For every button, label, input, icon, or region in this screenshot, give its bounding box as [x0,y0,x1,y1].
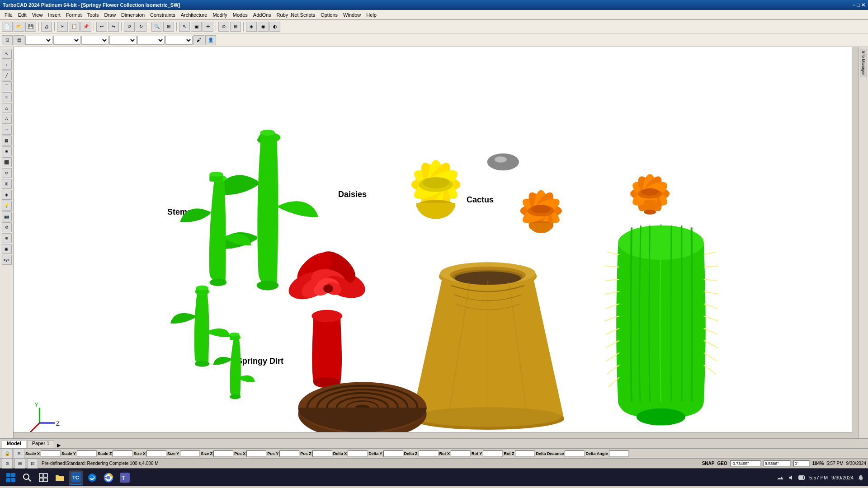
snap-toolbar-btn[interactable]: ⊙ [2,459,13,469]
delta-angle-input[interactable] [609,450,629,457]
light-tool[interactable]: 💡 [2,201,12,211]
move-btn[interactable]: ✛ [203,22,213,32]
delta-dist-input[interactable] [565,450,585,457]
color-dropdown[interactable] [109,36,137,45]
menu-tools[interactable]: Tools [85,11,102,19]
scroll-bar-horizontal[interactable] [14,432,852,438]
start-btn[interactable] [4,470,18,485]
copy-btn[interactable]: 📋 [69,22,80,32]
style-dropdown[interactable] [53,36,80,45]
tab-model[interactable]: Model [2,440,26,448]
paint-btn[interactable]: 🖌 [193,35,204,45]
add-tab-btn[interactable]: ▶ [57,442,61,448]
menu-edit[interactable]: Edit [15,11,29,19]
zoom-btn[interactable]: 🔍 [151,22,162,32]
material-tool[interactable]: ◈ [2,190,12,200]
grid-btn[interactable]: ⊞ [230,22,241,32]
pos-y-input[interactable] [279,450,299,457]
file-explorer-btn[interactable] [52,470,67,485]
xyz-tool[interactable]: xyz [2,255,12,265]
select-tool[interactable]: ↖ [2,49,12,59]
rot-x-input[interactable] [451,450,471,457]
zoom-extent-btn[interactable]: ⊞ [163,22,174,32]
edge-taskbar-btn[interactable] [85,470,99,485]
coord-lock-btn[interactable]: 🔒 [2,449,13,459]
pos-z-input[interactable] [312,450,332,457]
scroll-bar-vertical[interactable] [852,47,858,438]
menu-dimension[interactable]: Dimension [118,11,147,19]
print-btn[interactable]: 🖨 [41,22,52,32]
misc-tool[interactable]: ⚙ [2,222,12,232]
circle-tool[interactable]: ○ [2,92,12,102]
menu-window[interactable]: Window [340,11,363,19]
camera-tool[interactable]: 📷 [2,211,12,221]
render-btn[interactable]: ◈ [246,22,257,32]
delta-z-input[interactable] [419,450,439,457]
canvas-area[interactable]: Stems Daisies Cactus Pot Springy Dirt [14,47,858,438]
task-view-btn[interactable] [36,470,51,485]
minimize-btn[interactable]: − [853,2,855,8]
chrome-taskbar-btn[interactable] [101,470,116,485]
snap-toggle-btn[interactable]: ⊡ [27,459,38,469]
line-tool[interactable]: ╱ [2,70,12,80]
cut-btn[interactable]: ✂ [57,22,68,32]
menu-insert[interactable]: Insert [45,11,63,19]
delta-y-input[interactable] [383,450,403,457]
block-tool[interactable]: ▣ [2,244,12,254]
lineweight-dropdown[interactable] [81,36,108,45]
menu-options[interactable]: Options [318,11,340,19]
solid-tool[interactable]: ■ [2,146,12,156]
cursor-btn[interactable]: ↖ [179,22,190,32]
revolve-tool[interactable]: ⟳ [2,168,12,178]
linetype-dropdown[interactable] [137,36,165,45]
open-btn[interactable]: 📂 [14,22,24,32]
delta-x-input[interactable] [348,450,368,457]
hatch-tool[interactable]: ▦ [2,136,12,145]
teams-taskbar-btn[interactable]: T [118,470,132,485]
arrow-tool[interactable]: ↑ [2,60,12,70]
info-manager-tab[interactable]: Info Manager [860,49,867,77]
render2-btn[interactable]: ◉ [258,22,269,32]
snap-settings-btn[interactable]: ⊞ [14,459,25,469]
scale-z-input[interactable] [113,450,132,457]
search-taskbar-btn[interactable] [20,470,34,485]
menu-addons[interactable]: AddOns [250,11,274,19]
size-z-input[interactable] [213,450,233,457]
close-btn[interactable]: ✕ [861,2,865,8]
snap-btn[interactable]: ⊙ [218,22,229,32]
redo-btn[interactable]: ↪ [108,22,119,32]
menu-format[interactable]: Format [63,11,85,19]
paste-btn[interactable]: 📌 [80,22,91,32]
menu-constraints[interactable]: Constraints [147,11,178,19]
tb2-btn2[interactable]: ▤ [14,35,24,45]
size-x-input[interactable] [146,450,166,457]
rot-z-input[interactable] [515,450,535,457]
turbocad-taskbar-btn[interactable]: TC [69,470,83,485]
view-dropdown[interactable] [165,36,193,45]
text-tool[interactable]: A [2,114,12,124]
select-btn[interactable]: ▣ [191,22,202,32]
menu-modes[interactable]: Modes [230,11,250,19]
menu-draw[interactable]: Draw [101,11,118,19]
menu-view[interactable]: View [29,11,46,19]
menu-modify[interactable]: Modify [210,11,230,19]
scale-y-input[interactable] [77,450,97,457]
maximize-btn[interactable]: □ [857,2,860,8]
dim-tool[interactable]: ↔ [2,125,12,135]
coord-close-btn[interactable]: ✕ [14,449,24,459]
tab-paper1[interactable]: Paper 1 [27,440,55,448]
menu-ruby-net-scripts[interactable]: Ruby .Net Scripts [274,11,318,19]
poly-tool[interactable]: △ [2,103,12,113]
title-controls[interactable]: − □ ✕ [853,2,865,8]
layer-dropdown[interactable] [25,36,52,45]
transform-tool[interactable]: ⊕ [2,233,12,243]
menu-architecture[interactable]: Architecture [178,11,210,19]
rotate-left-btn[interactable]: ↺ [124,22,135,32]
menu-file[interactable]: File [2,11,15,19]
arc-tool[interactable]: ⌒ [2,81,12,91]
menu-help[interactable]: Help [363,11,379,19]
rot-y-input[interactable] [483,450,503,457]
rotate-right-btn[interactable]: ↻ [136,22,146,32]
save-btn[interactable]: 💾 [25,22,36,32]
material-btn[interactable]: 👤 [205,35,216,45]
